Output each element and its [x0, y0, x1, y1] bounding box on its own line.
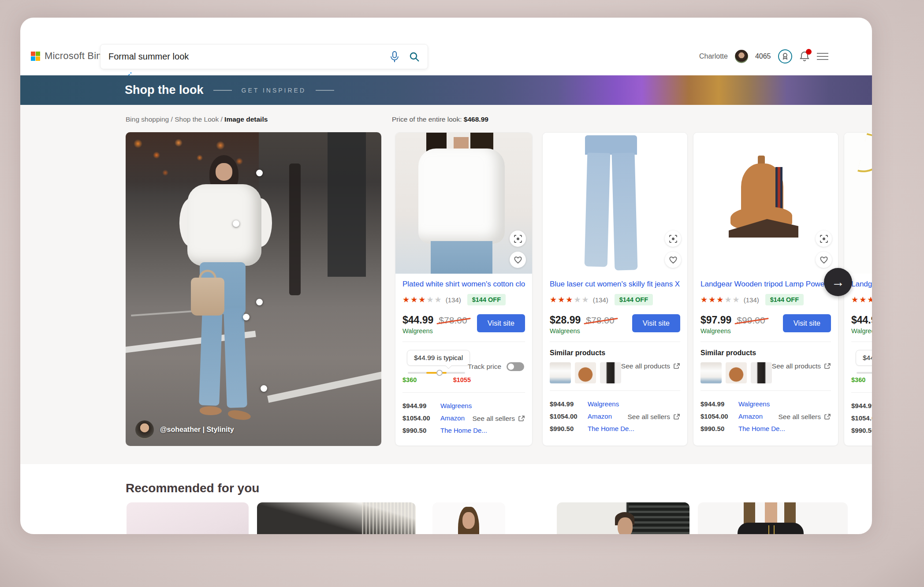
see-all-sellers-link[interactable]: See all sellers: [628, 413, 681, 421]
product-image[interactable]: [693, 133, 838, 274]
merchant-name: Walgreens: [700, 327, 765, 334]
similar-product-thumb[interactable]: [550, 362, 571, 383]
photo-decor: [200, 406, 222, 415]
recommended-item[interactable]: [432, 502, 505, 534]
offer-seller-link[interactable]: Amazon: [738, 412, 763, 420]
product-image[interactable]: [395, 133, 532, 274]
search-input[interactable]: Formal summer look: [100, 44, 428, 69]
mic-icon[interactable]: [390, 51, 399, 63]
stars-empty: ★★: [574, 295, 589, 305]
favorite-heart-icon[interactable]: [665, 252, 681, 268]
photo-decor: [618, 517, 633, 534]
offer-price: $944.99: [550, 400, 588, 408]
offers-list: $944.99 Walgreens $1054.00 Amazon $990.5…: [550, 391, 680, 432]
current-price: $44.99: [851, 314, 872, 326]
see-all-sellers-link[interactable]: See all sellers: [779, 413, 831, 421]
shoppable-dot[interactable]: [261, 385, 267, 392]
review-count: (134): [744, 296, 759, 304]
shoppable-dot[interactable]: [243, 314, 250, 320]
creator-avatar[interactable]: [135, 420, 154, 439]
similar-product-thumb[interactable]: [575, 362, 596, 383]
shoppable-dot[interactable]: [256, 170, 263, 176]
recommended-item[interactable]: [698, 502, 848, 534]
see-all-sellers-label: See all sellers: [779, 413, 821, 421]
photo-decor: [199, 308, 223, 405]
user-avatar[interactable]: [735, 50, 748, 63]
track-price-toggle[interactable]: [507, 362, 524, 371]
visual-search-icon[interactable]: [510, 230, 526, 247]
offer-price: $990.50: [851, 427, 872, 434]
breadcrumb-shop-the-look[interactable]: Shop the Look: [175, 115, 219, 123]
banner-dash: [316, 90, 334, 91]
similar-products-title: Similar products: [550, 349, 680, 357]
similar-product-thumb[interactable]: [751, 362, 772, 383]
product-title[interactable]: Plated white shirt women's cotton cloth.…: [402, 280, 525, 289]
next-products-button[interactable]: →: [824, 268, 852, 296]
offer-row: $990.50 The Home De...: [402, 427, 525, 434]
favorite-heart-icon[interactable]: [816, 252, 832, 268]
product-image[interactable]: [844, 133, 872, 274]
slider-handle[interactable]: [436, 370, 443, 376]
hamburger-menu-icon[interactable]: [817, 53, 828, 60]
photo-decor: [224, 308, 247, 408]
bing-logo[interactable]: Microsoft Bing: [31, 50, 107, 62]
browser-window: Microsoft Bing Formal summer look ALL WO…: [20, 18, 872, 534]
price-range-slider[interactable]: [857, 372, 872, 374]
similar-product-thumb[interactable]: [700, 362, 722, 383]
shoppable-dot[interactable]: [256, 299, 263, 305]
product-card-boot[interactable]: Landgear Wooden tripod Lamp Power W... ★…: [693, 132, 838, 446]
offer-seller-link[interactable]: The Home De...: [738, 425, 785, 432]
price-tracker: $44.99 is typical $360 $1055 Track price: [851, 342, 872, 385]
offer-price: $1054.00: [851, 414, 872, 422]
stars-filled: ★★★: [550, 295, 574, 305]
offer-seller-link[interactable]: The Home De...: [440, 427, 487, 434]
brand-name: Microsoft Bing: [45, 50, 107, 62]
recommended-item[interactable]: [557, 502, 689, 534]
recommended-item[interactable]: [257, 502, 416, 534]
offer-seller-link[interactable]: Walgreens: [588, 400, 619, 408]
offer-seller-link[interactable]: Walgreens: [440, 402, 472, 409]
favorite-heart-icon[interactable]: [510, 252, 526, 268]
offer-row: $944.99 Walgreens: [700, 400, 831, 408]
external-link-icon: [673, 413, 680, 420]
visit-site-button[interactable]: Visit site: [477, 314, 525, 332]
visit-site-button[interactable]: Visit site: [632, 314, 680, 332]
product-card-shirt[interactable]: Plated white shirt women's cotton cloth.…: [395, 132, 533, 446]
merchant-name: Walgreens: [851, 327, 872, 334]
product-title[interactable]: Blue laser cut women's skilly fit jeans …: [550, 280, 680, 289]
current-price: $44.99: [402, 314, 433, 326]
similar-product-thumb[interactable]: [600, 362, 621, 383]
offer-row: $990.50 The Home De...: [851, 427, 872, 434]
see-all-sellers-link[interactable]: See all sellers: [473, 415, 525, 423]
photo-decor: [328, 132, 366, 277]
recommended-item[interactable]: [127, 502, 249, 534]
shoppable-dot[interactable]: [233, 220, 239, 227]
price-range-slider[interactable]: [408, 372, 465, 374]
see-all-products-link[interactable]: See all products: [772, 362, 831, 370]
price-tooltip: $44.99 is typical: [856, 350, 872, 366]
photo-decor: [289, 163, 301, 295]
product-card-jeans[interactable]: Blue laser cut women's skilly fit jeans …: [542, 132, 688, 446]
offer-price: $1054.00: [402, 414, 440, 422]
price-range-min: $360: [851, 376, 865, 383]
product-title[interactable]: Landgear Wooden tripod Lamp Power W...: [851, 280, 872, 289]
visual-search-icon[interactable]: [816, 230, 832, 247]
visual-search-icon[interactable]: [665, 230, 681, 247]
product-image[interactable]: [543, 133, 687, 274]
visit-site-button[interactable]: Visit site: [783, 314, 831, 332]
offer-seller-link[interactable]: Walgreens: [738, 400, 770, 408]
offer-seller-link[interactable]: Amazon: [588, 412, 612, 420]
similar-product-thumb[interactable]: [726, 362, 747, 383]
offer-seller-link[interactable]: The Home De...: [588, 425, 634, 432]
search-icon[interactable]: [409, 52, 420, 62]
notifications-button[interactable]: [799, 51, 810, 62]
search-query-text[interactable]: Formal summer look: [108, 52, 390, 62]
current-price: $28.99: [550, 314, 581, 326]
see-all-products-link[interactable]: See all products: [621, 362, 680, 370]
user-name[interactable]: Charlotte: [699, 52, 728, 60]
rewards-medal-icon[interactable]: [778, 49, 792, 63]
product-title[interactable]: Landgear Wooden tripod Lamp Power W...: [700, 280, 831, 289]
breadcrumb-bing-shopping[interactable]: Bing shopping: [126, 115, 169, 123]
offer-seller-link[interactable]: Amazon: [440, 414, 465, 422]
offer-price: $944.99: [402, 402, 440, 409]
